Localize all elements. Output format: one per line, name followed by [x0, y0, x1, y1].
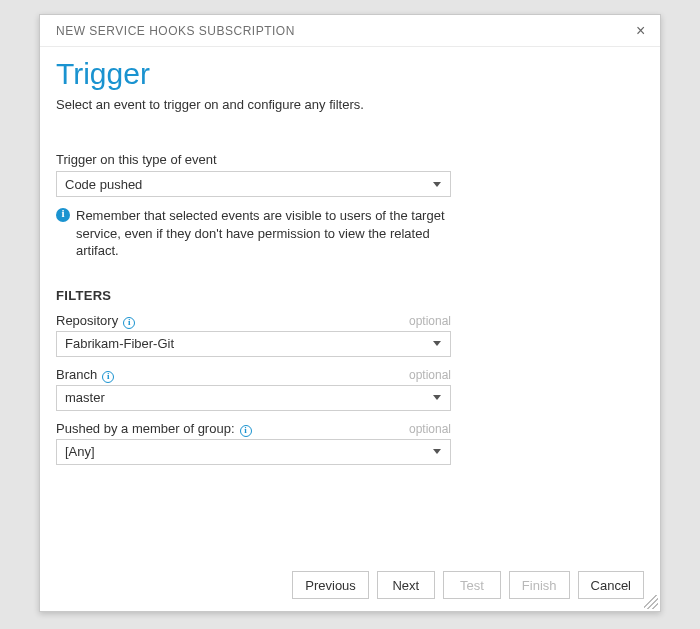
next-button[interactable]: Next — [377, 571, 435, 599]
resize-grip-icon[interactable] — [644, 595, 658, 609]
cancel-button[interactable]: Cancel — [578, 571, 644, 599]
filter-label-row: Pushed by a member of group: optional — [56, 421, 451, 436]
branch-value: master — [65, 390, 105, 405]
info-icon[interactable] — [123, 317, 135, 329]
repository-select[interactable]: Fabrikam-Fiber-Git — [56, 331, 451, 357]
dialog: NEW SERVICE HOOKS SUBSCRIPTION × Trigger… — [39, 14, 661, 612]
dialog-title: NEW SERVICE HOOKS SUBSCRIPTION — [56, 24, 295, 38]
info-icon[interactable] — [240, 425, 252, 437]
close-icon: × — [636, 22, 645, 39]
branch-select[interactable]: master — [56, 385, 451, 411]
chevron-down-icon — [433, 395, 441, 400]
optional-tag: optional — [409, 368, 451, 382]
filter-label: Pushed by a member of group: — [56, 421, 235, 436]
previous-button[interactable]: Previous — [292, 571, 369, 599]
optional-tag: optional — [409, 422, 451, 436]
button-row: Previous Next Test Finish Cancel — [40, 559, 660, 611]
pushed-by-select[interactable]: [Any] — [56, 439, 451, 465]
info-callout: Remember that selected events are visibl… — [56, 207, 451, 260]
pushed-by-value: [Any] — [65, 444, 95, 459]
info-icon[interactable] — [102, 371, 114, 383]
trigger-label: Trigger on this type of event — [56, 152, 644, 167]
chevron-down-icon — [433, 341, 441, 346]
info-text: Remember that selected events are visibl… — [76, 207, 451, 260]
filter-label: Branch — [56, 367, 97, 382]
chevron-down-icon — [433, 449, 441, 454]
titlebar: NEW SERVICE HOOKS SUBSCRIPTION × — [40, 15, 660, 47]
filter-branch: Branch optional master — [56, 367, 644, 411]
page-subtitle: Select an event to trigger on and config… — [56, 97, 644, 112]
filter-label-row: Branch optional — [56, 367, 451, 382]
filter-pushed-by: Pushed by a member of group: optional [A… — [56, 421, 644, 465]
filter-label-row: Repository optional — [56, 313, 451, 328]
info-icon — [56, 208, 70, 222]
optional-tag: optional — [409, 314, 451, 328]
trigger-type-value: Code pushed — [65, 177, 142, 192]
test-button[interactable]: Test — [443, 571, 501, 599]
filters-heading: FILTERS — [56, 288, 644, 303]
page-title: Trigger — [56, 57, 644, 91]
repository-value: Fabrikam-Fiber-Git — [65, 336, 174, 351]
trigger-type-select[interactable]: Code pushed — [56, 171, 451, 197]
filter-repository: Repository optional Fabrikam-Fiber-Git — [56, 313, 644, 357]
chevron-down-icon — [433, 182, 441, 187]
filter-label: Repository — [56, 313, 118, 328]
finish-button[interactable]: Finish — [509, 571, 570, 599]
content: Trigger Select an event to trigger on an… — [40, 47, 660, 559]
close-button[interactable]: × — [630, 21, 650, 41]
